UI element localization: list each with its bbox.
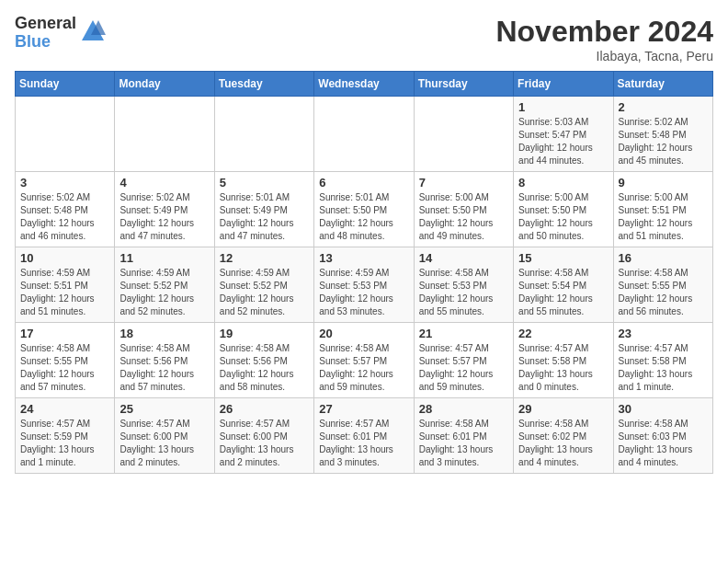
calendar-cell: 9Sunrise: 5:00 AM Sunset: 5:51 PM Daylig… <box>613 172 712 247</box>
day-number: 4 <box>119 176 209 190</box>
day-number: 8 <box>518 176 608 190</box>
day-info: Sunrise: 4:58 AM Sunset: 5:57 PM Dayligh… <box>319 342 408 394</box>
day-number: 10 <box>20 251 109 265</box>
day-number: 16 <box>619 251 708 265</box>
calendar-cell: 3Sunrise: 5:02 AM Sunset: 5:48 PM Daylig… <box>16 172 115 247</box>
day-number: 28 <box>419 402 508 416</box>
calendar-cell: 19Sunrise: 4:58 AM Sunset: 5:56 PM Dayli… <box>214 323 313 398</box>
location: Ilabaya, Tacna, Peru <box>495 49 713 63</box>
day-info: Sunrise: 4:58 AM Sunset: 6:01 PM Dayligh… <box>419 418 508 469</box>
day-info: Sunrise: 5:00 AM Sunset: 5:50 PM Dayligh… <box>419 191 508 243</box>
week-row-3: 10Sunrise: 4:59 AM Sunset: 5:51 PM Dayli… <box>16 247 713 323</box>
day-info: Sunrise: 4:58 AM Sunset: 5:56 PM Dayligh… <box>119 342 209 394</box>
calendar-cell: 12Sunrise: 4:59 AM Sunset: 5:52 PM Dayli… <box>214 247 313 323</box>
day-info: Sunrise: 4:58 AM Sunset: 5:55 PM Dayligh… <box>619 267 708 318</box>
calendar-cell: 14Sunrise: 4:58 AM Sunset: 5:53 PM Dayli… <box>414 247 513 323</box>
week-row-5: 24Sunrise: 4:57 AM Sunset: 5:59 PM Dayli… <box>16 398 713 474</box>
day-info: Sunrise: 5:02 AM Sunset: 5:48 PM Dayligh… <box>20 191 109 243</box>
day-info: Sunrise: 5:02 AM Sunset: 5:48 PM Dayligh… <box>619 116 708 167</box>
calendar-cell: 23Sunrise: 4:57 AM Sunset: 5:58 PM Dayli… <box>613 323 712 398</box>
calendar-cell: 20Sunrise: 4:58 AM Sunset: 5:57 PM Dayli… <box>314 323 414 398</box>
day-number: 12 <box>220 251 309 265</box>
week-row-1: 1Sunrise: 5:03 AM Sunset: 5:47 PM Daylig… <box>16 97 713 172</box>
day-number: 9 <box>619 176 708 190</box>
day-info: Sunrise: 4:59 AM Sunset: 5:52 PM Dayligh… <box>119 267 209 318</box>
day-number: 20 <box>319 327 408 340</box>
day-info: Sunrise: 4:58 AM Sunset: 6:02 PM Dayligh… <box>518 418 608 469</box>
calendar-cell: 29Sunrise: 4:58 AM Sunset: 6:02 PM Dayli… <box>514 398 613 474</box>
day-number: 6 <box>319 176 408 190</box>
calendar-cell: 28Sunrise: 4:58 AM Sunset: 6:01 PM Dayli… <box>414 398 513 474</box>
day-info: Sunrise: 4:57 AM Sunset: 6:01 PM Dayligh… <box>319 418 408 469</box>
day-number: 25 <box>119 402 209 416</box>
calendar-cell: 25Sunrise: 4:57 AM Sunset: 6:00 PM Dayli… <box>115 398 214 474</box>
day-number: 13 <box>319 251 408 265</box>
day-number: 5 <box>220 176 309 190</box>
day-number: 3 <box>20 176 109 190</box>
day-number: 29 <box>518 402 608 416</box>
calendar-cell <box>314 97 414 172</box>
day-number: 18 <box>119 327 209 340</box>
calendar-cell: 6Sunrise: 5:01 AM Sunset: 5:50 PM Daylig… <box>314 172 414 247</box>
calendar-cell: 17Sunrise: 4:58 AM Sunset: 5:55 PM Dayli… <box>16 323 115 398</box>
day-number: 15 <box>518 251 608 265</box>
day-header-monday: Monday <box>115 72 214 97</box>
day-info: Sunrise: 4:58 AM Sunset: 6:03 PM Dayligh… <box>619 418 708 469</box>
week-row-2: 3Sunrise: 5:02 AM Sunset: 5:48 PM Daylig… <box>16 172 713 247</box>
calendar-cell: 4Sunrise: 5:02 AM Sunset: 5:49 PM Daylig… <box>115 172 214 247</box>
month-title: November 2024 <box>495 15 713 49</box>
day-header-thursday: Thursday <box>414 72 513 97</box>
day-number: 23 <box>619 327 708 340</box>
day-info: Sunrise: 5:02 AM Sunset: 5:49 PM Dayligh… <box>119 191 209 243</box>
day-header-tuesday: Tuesday <box>214 72 313 97</box>
calendar-cell: 2Sunrise: 5:02 AM Sunset: 5:48 PM Daylig… <box>613 97 712 172</box>
day-number: 17 <box>20 327 109 340</box>
day-info: Sunrise: 4:58 AM Sunset: 5:54 PM Dayligh… <box>518 267 608 318</box>
logo-blue: Blue <box>15 33 76 52</box>
day-info: Sunrise: 4:58 AM Sunset: 5:53 PM Dayligh… <box>419 267 508 318</box>
calendar-cell: 18Sunrise: 4:58 AM Sunset: 5:56 PM Dayli… <box>115 323 214 398</box>
day-info: Sunrise: 5:01 AM Sunset: 5:50 PM Dayligh… <box>319 191 408 243</box>
day-header-friday: Friday <box>514 72 613 97</box>
day-info: Sunrise: 4:59 AM Sunset: 5:52 PM Dayligh… <box>220 267 309 318</box>
calendar-cell <box>16 97 115 172</box>
day-info: Sunrise: 4:57 AM Sunset: 6:00 PM Dayligh… <box>119 418 209 469</box>
day-info: Sunrise: 4:59 AM Sunset: 5:53 PM Dayligh… <box>319 267 408 318</box>
calendar-cell: 30Sunrise: 4:58 AM Sunset: 6:03 PM Dayli… <box>613 398 712 474</box>
day-number: 2 <box>619 100 708 114</box>
calendar-cell <box>414 97 513 172</box>
day-info: Sunrise: 5:01 AM Sunset: 5:49 PM Dayligh… <box>220 191 309 243</box>
day-number: 26 <box>220 402 309 416</box>
calendar-cell: 21Sunrise: 4:57 AM Sunset: 5:57 PM Dayli… <box>414 323 513 398</box>
calendar-cell: 16Sunrise: 4:58 AM Sunset: 5:55 PM Dayli… <box>613 247 712 323</box>
day-info: Sunrise: 4:57 AM Sunset: 5:59 PM Dayligh… <box>20 418 109 469</box>
day-number: 14 <box>419 251 508 265</box>
calendar-cell: 13Sunrise: 4:59 AM Sunset: 5:53 PM Dayli… <box>314 247 414 323</box>
day-number: 11 <box>119 251 209 265</box>
calendar-cell: 5Sunrise: 5:01 AM Sunset: 5:49 PM Daylig… <box>214 172 313 247</box>
logo-general: General <box>15 15 76 33</box>
week-row-4: 17Sunrise: 4:58 AM Sunset: 5:55 PM Dayli… <box>16 323 713 398</box>
calendar-cell: 11Sunrise: 4:59 AM Sunset: 5:52 PM Dayli… <box>115 247 214 323</box>
day-info: Sunrise: 4:58 AM Sunset: 5:56 PM Dayligh… <box>220 342 309 394</box>
calendar-cell: 24Sunrise: 4:57 AM Sunset: 5:59 PM Dayli… <box>16 398 115 474</box>
day-info: Sunrise: 4:57 AM Sunset: 5:57 PM Dayligh… <box>419 342 508 394</box>
header-row: SundayMondayTuesdayWednesdayThursdayFrid… <box>16 72 713 97</box>
day-number: 21 <box>419 327 508 340</box>
day-info: Sunrise: 5:00 AM Sunset: 5:51 PM Dayligh… <box>619 191 708 243</box>
day-info: Sunrise: 5:03 AM Sunset: 5:47 PM Dayligh… <box>518 116 608 167</box>
day-info: Sunrise: 4:57 AM Sunset: 5:58 PM Dayligh… <box>619 342 708 394</box>
day-header-saturday: Saturday <box>613 72 712 97</box>
day-info: Sunrise: 4:58 AM Sunset: 5:55 PM Dayligh… <box>20 342 109 394</box>
day-number: 24 <box>20 402 109 416</box>
day-number: 30 <box>619 402 708 416</box>
calendar-cell <box>214 97 313 172</box>
calendar-cell <box>115 97 214 172</box>
calendar-cell: 8Sunrise: 5:00 AM Sunset: 5:50 PM Daylig… <box>514 172 613 247</box>
calendar-cell: 7Sunrise: 5:00 AM Sunset: 5:50 PM Daylig… <box>414 172 513 247</box>
header: General Blue November 2024 Ilabaya, Tacn… <box>15 15 713 63</box>
calendar-cell: 27Sunrise: 4:57 AM Sunset: 6:01 PM Dayli… <box>314 398 414 474</box>
day-number: 7 <box>419 176 508 190</box>
logo: General Blue <box>15 15 106 52</box>
calendar-cell: 10Sunrise: 4:59 AM Sunset: 5:51 PM Dayli… <box>16 247 115 323</box>
